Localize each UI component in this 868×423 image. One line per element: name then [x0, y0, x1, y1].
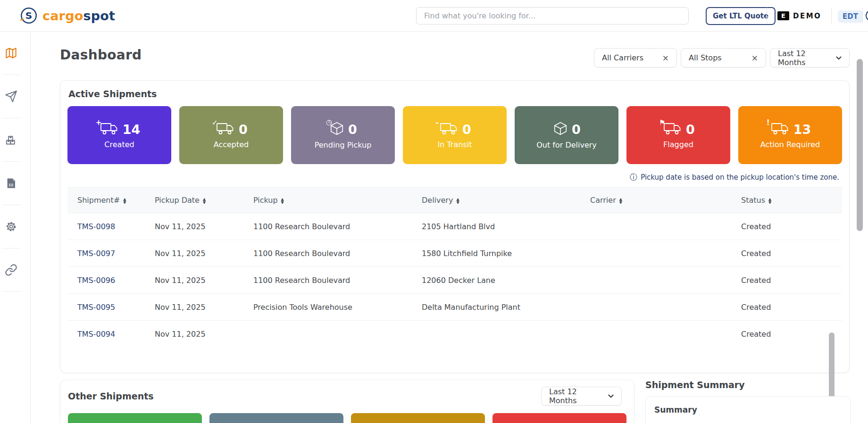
status-label: Flagged: [663, 140, 693, 149]
cell-shipment: TMS-0096: [77, 276, 155, 285]
pickup-timezone-note: ⓘPickup date is based on the pickup loca…: [67, 173, 839, 182]
status-count: 0: [239, 122, 248, 137]
status-card-flagged[interactable]: ⚑0Flagged: [626, 106, 730, 164]
cell-delivery: Delta Manufacturing Plant: [422, 303, 590, 312]
sort-icon: ▲▼: [281, 198, 284, 204]
sidebar-item-settings[interactable]: [0, 205, 30, 248]
status-label: Action Required: [760, 140, 820, 149]
dashboard-page: S cargospot Get LTL Quote E DEMO EDT: [0, 0, 868, 423]
header-divider: [862, 8, 863, 24]
shipments-table: Shipment#▲▼Pickup Date▲▼Pickup▲▼Delivery…: [67, 187, 842, 348]
cell-shipment: TMS-0094: [77, 330, 155, 339]
other-card-ochre[interactable]: [351, 413, 485, 423]
sort-icon: ▲▼: [768, 198, 771, 204]
truck-check-icon: [215, 122, 235, 138]
status-card-out-for-delivery[interactable]: 0Out for Delivery: [515, 106, 618, 164]
status-label: In Transit: [438, 140, 472, 149]
invoice-icon: [5, 177, 17, 190]
cell-pickup-date: Nov 11, 2025: [155, 303, 253, 312]
truck-moving-icon: [438, 122, 459, 138]
cell-shipment: TMS-0097: [77, 249, 155, 258]
map-icon: [5, 47, 17, 59]
status-count: 0: [686, 122, 695, 137]
header-divider: [767, 8, 767, 24]
timezone-badge[interactable]: EDT: [838, 10, 863, 23]
sort-icon: ▲▼: [123, 198, 126, 204]
shipment-link[interactable]: TMS-0097: [77, 249, 115, 258]
cell-status: Created: [741, 330, 842, 339]
filter-all-carriers[interactable]: All Carriers ×: [594, 48, 677, 67]
user-avatar[interactable]: [866, 10, 868, 21]
sidebar-item-map[interactable]: [0, 32, 30, 75]
clear-carriers-icon[interactable]: ×: [662, 53, 669, 63]
truck-check-icon-badge: ✓: [212, 118, 218, 127]
truck-hand-icon-badge: !: [767, 118, 770, 127]
status-card-created[interactable]: +14Created: [67, 106, 171, 164]
page-title: Dashboard: [60, 47, 142, 63]
page-scrollbar[interactable]: [857, 59, 863, 231]
status-label: Pending Pickup: [315, 141, 372, 149]
demo-logo-mark: E: [777, 11, 789, 20]
status-count: 14: [123, 122, 141, 137]
top-header: S cargospot Get LTL Quote E DEMO EDT: [0, 0, 868, 32]
logo-wordmark: cargospot: [42, 8, 115, 23]
other-period-dropdown[interactable]: Last 12 Months: [541, 387, 622, 406]
shipment-link[interactable]: TMS-0096: [77, 276, 115, 285]
shipment-link[interactable]: TMS-0095: [77, 303, 115, 312]
table-row: TMS-0098Nov 11, 20251100 Research Boulev…: [67, 213, 842, 240]
column-header-status[interactable]: Status▲▼: [741, 196, 842, 205]
cell-pickup-date: Nov 11, 2025: [155, 276, 253, 285]
column-header-pickupdate[interactable]: Pickup Date▲▼: [155, 196, 253, 205]
sort-icon: ▲▼: [619, 198, 622, 204]
sidebar-item-boxes[interactable]: [0, 118, 30, 161]
filter-period-dropdown[interactable]: Last 12 Months: [770, 48, 850, 67]
cell-delivery: 1580 Litchfield Turnpike: [422, 249, 590, 258]
other-card-slate[interactable]: [209, 413, 343, 423]
info-icon: ⓘ: [630, 173, 637, 182]
cell-status: Created: [741, 222, 842, 231]
header-divider: [831, 8, 832, 24]
status-count: 13: [793, 122, 811, 137]
column-header-delivery[interactable]: Delivery▲▼: [422, 196, 590, 205]
table-row: TMS-0096Nov 11, 20251100 Research Boulev…: [67, 267, 842, 294]
column-header-carrier[interactable]: Carrier▲▼: [590, 196, 741, 205]
truck-plus-icon: [99, 122, 119, 138]
search-input[interactable]: [416, 7, 689, 25]
status-card-in-transit[interactable]: –0In Transit: [403, 106, 507, 164]
shipment-summary-title: Shipment Summary: [645, 380, 851, 390]
shipment-link[interactable]: TMS-0098: [77, 222, 115, 231]
other-shipments-cards: [68, 413, 626, 423]
get-ltl-quote-button[interactable]: Get LTL Quote: [706, 7, 776, 25]
svg-text:S: S: [25, 10, 32, 21]
table-row: TMS-0094Nov 11, 2025Created: [67, 321, 842, 348]
shipment-link[interactable]: TMS-0094: [77, 330, 115, 339]
other-card-green[interactable]: [68, 413, 202, 423]
sidebar-item-send[interactable]: [0, 75, 30, 118]
shipment-summary-section: Shipment Summary Summary: [645, 380, 851, 423]
status-card-action-required[interactable]: !13Action Required: [738, 106, 842, 164]
status-count: 0: [462, 122, 471, 137]
column-header-pickup[interactable]: Pickup▲▼: [253, 196, 422, 205]
cell-pickup-date: Nov 11, 2025: [155, 330, 253, 339]
cargospot-logo-mark: S: [19, 6, 39, 25]
status-card-pending-pickup[interactable]: ◷0Pending Pickup: [291, 106, 395, 164]
other-shipments-panel: Other Shipments Last 12 Months: [60, 380, 634, 423]
shipment-summary-card: Summary: [645, 396, 851, 423]
sidebar-item-integrations[interactable]: [0, 249, 30, 291]
status-count: 0: [348, 122, 357, 137]
clear-stops-icon[interactable]: ×: [751, 53, 758, 63]
cargospot-logo: S cargospot: [19, 6, 115, 25]
other-card-red[interactable]: [492, 413, 626, 423]
status-count: 0: [572, 122, 581, 137]
truck-flag-icon-badge: ⚑: [659, 118, 665, 127]
column-header-shipment[interactable]: Shipment#▲▼: [77, 196, 155, 205]
box-delivery-icon: [552, 121, 568, 138]
gear-icon: [5, 220, 17, 233]
status-card-accepted[interactable]: ✓0Accepted: [179, 106, 283, 164]
cell-pickup: 1100 Research Boulevard: [253, 276, 422, 285]
other-shipments-title: Other Shipments: [68, 391, 154, 401]
sidebar-item-invoice[interactable]: [0, 162, 30, 205]
filter-all-stops[interactable]: All Stops ×: [681, 48, 766, 67]
shipments-table-head: Shipment#▲▼Pickup Date▲▼Pickup▲▼Delivery…: [67, 187, 842, 213]
cell-pickup: 1100 Research Boulevard: [253, 249, 422, 258]
